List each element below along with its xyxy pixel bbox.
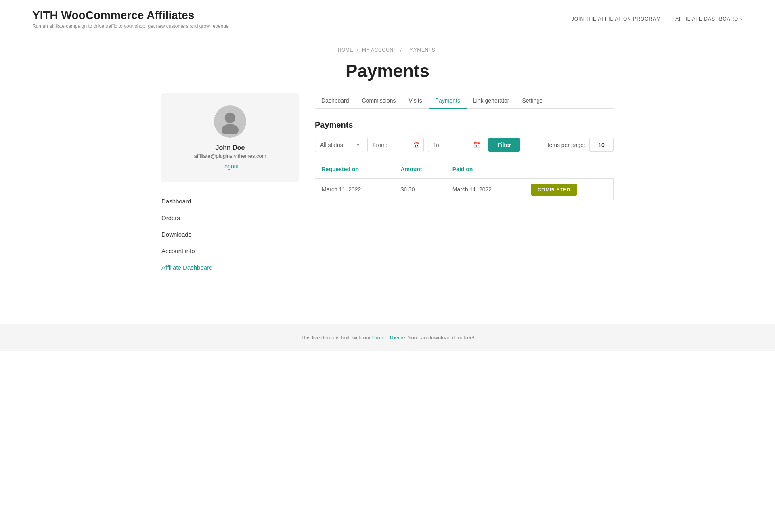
col-amount[interactable]: Amount xyxy=(394,162,446,178)
breadcrumb-home[interactable]: HOME xyxy=(338,47,353,53)
cell-amount: $6.30 xyxy=(394,178,446,200)
footer-text-after: . You can download it for free! xyxy=(405,335,474,341)
chevron-down-icon: ▾ xyxy=(740,17,743,21)
status-badge: COMPLETED xyxy=(531,184,577,196)
tab-link-generator[interactable]: Link generator xyxy=(467,93,516,109)
user-name: John Doe xyxy=(171,144,289,151)
breadcrumb: HOME / MY ACCOUNT / PAYMENTS xyxy=(0,36,775,57)
header-nav: JOIN THE AFFILIATION PROGRAM AFFILIATE D… xyxy=(572,16,743,22)
site-footer: This live demo is built with our Proteo … xyxy=(0,324,775,351)
footer-text-before: This live demo is built with our xyxy=(301,335,372,341)
sidebar-item-downloads[interactable]: Downloads xyxy=(161,226,299,243)
cell-requested-on: March 11, 2022 xyxy=(315,178,394,200)
breadcrumb-my-account[interactable]: MY ACCOUNT xyxy=(362,47,397,53)
calendar-from-icon: 📅 xyxy=(413,142,420,148)
status-filter-wrapper: All status xyxy=(315,138,363,152)
cell-status: COMPLETED xyxy=(525,178,613,200)
filter-button[interactable]: Filter xyxy=(488,138,520,152)
tab-bar: Dashboard Commissions Visits Payments Li… xyxy=(315,93,614,109)
avatar xyxy=(214,105,246,138)
page-title: Payments xyxy=(0,57,775,93)
col-paid-on[interactable]: Paid on xyxy=(446,162,525,178)
calendar-to-icon: 📅 xyxy=(473,142,480,148)
tab-visits[interactable]: Visits xyxy=(402,93,429,109)
payments-section-title: Payments xyxy=(315,120,614,130)
site-header: YITH WooCommerce Affiliates Run an affil… xyxy=(0,0,775,36)
user-avatar-icon xyxy=(218,109,242,134)
svg-point-1 xyxy=(222,124,239,134)
footer-theme-link[interactable]: Proteo Theme xyxy=(372,335,405,341)
table-body: March 11, 2022 $6.30 March 11, 2022 COMP… xyxy=(315,178,614,200)
col-requested-on[interactable]: Requested on xyxy=(315,162,394,178)
tab-commissions[interactable]: Commissions xyxy=(356,93,402,109)
from-date-wrapper: 📅 xyxy=(367,138,424,152)
cell-paid-on: March 11, 2022 xyxy=(446,178,525,200)
join-affiliation-link[interactable]: JOIN THE AFFILIATION PROGRAM xyxy=(572,16,661,22)
filters-row: All status 📅 📅 Filter Items per page: xyxy=(315,138,614,152)
main-layout: John Doe affiliate@plugins.yithemes.com … xyxy=(145,93,630,300)
table-row: March 11, 2022 $6.30 March 11, 2022 COMP… xyxy=(315,178,614,200)
tab-dashboard[interactable]: Dashboard xyxy=(315,93,356,109)
payments-section: Payments All status 📅 📅 Filter xyxy=(315,120,614,200)
tab-settings[interactable]: Settings xyxy=(515,93,549,109)
items-per-page: Items per page: xyxy=(546,138,614,152)
site-title: YITH WooCommerce Affiliates xyxy=(32,9,229,22)
affiliate-dashboard-link[interactable]: AFFILIATE DASHBOARD ▾ xyxy=(675,16,743,22)
svg-point-0 xyxy=(225,113,235,123)
logout-link[interactable]: Logout xyxy=(171,163,289,170)
sidebar-nav: Dashboard Orders Downloads Account info … xyxy=(161,193,299,276)
breadcrumb-current: PAYMENTS xyxy=(407,47,435,53)
items-per-page-label: Items per page: xyxy=(546,142,585,148)
tab-payments[interactable]: Payments xyxy=(429,93,467,109)
avatar-wrapper xyxy=(171,105,289,138)
sidebar-item-dashboard[interactable]: Dashboard xyxy=(161,193,299,209)
col-status xyxy=(525,162,613,178)
sidebar: John Doe affiliate@plugins.yithemes.com … xyxy=(161,93,299,276)
items-per-page-input[interactable] xyxy=(589,138,614,152)
sidebar-item-account-info[interactable]: Account info xyxy=(161,243,299,259)
payments-table: Requested on Amount Paid on March 11, 20… xyxy=(315,162,614,200)
sidebar-item-affiliate-dashboard[interactable]: Affiliate Dashboard xyxy=(161,259,299,276)
status-select[interactable]: All status xyxy=(315,138,363,152)
sidebar-item-orders[interactable]: Orders xyxy=(161,209,299,226)
table-header: Requested on Amount Paid on xyxy=(315,162,614,178)
to-date-wrapper: 📅 xyxy=(428,138,484,152)
user-email: affiliate@plugins.yithemes.com xyxy=(171,153,289,159)
main-content: Dashboard Commissions Visits Payments Li… xyxy=(315,93,614,276)
sidebar-card: John Doe affiliate@plugins.yithemes.com … xyxy=(161,93,299,182)
site-branding: YITH WooCommerce Affiliates Run an affil… xyxy=(32,9,229,29)
site-subtitle: Run an affiliate campaign to drive traff… xyxy=(32,23,229,29)
